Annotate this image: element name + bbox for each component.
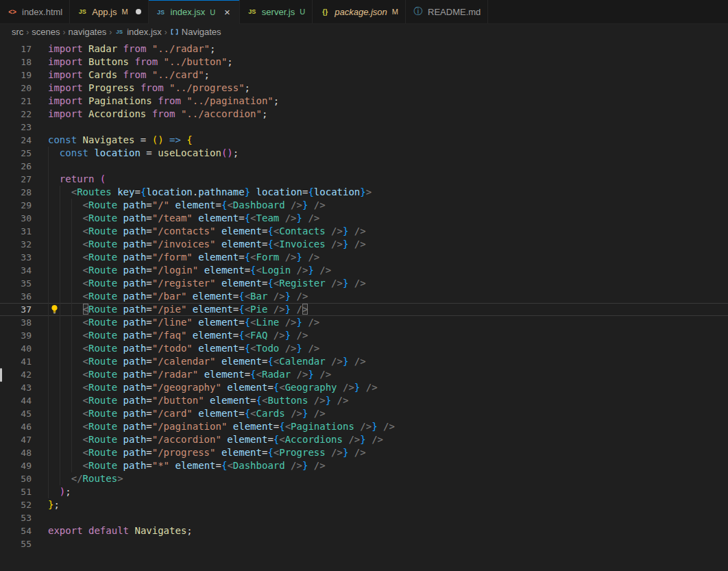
line-number[interactable]: 41 (0, 355, 32, 368)
code-line-50[interactable]: 50 </Routes> (0, 472, 728, 485)
tab-server.js[interactable]: JSserver.jsU (240, 0, 313, 23)
breadcrumb-item-navigates[interactable]: navigates (69, 27, 107, 37)
line-number[interactable]: 39 (0, 329, 32, 342)
code-line-43[interactable]: 43 <Route path="/geography" element={<Ge… (0, 381, 728, 394)
breadcrumb-item-src[interactable]: src (12, 27, 23, 37)
line-number[interactable]: 42 (0, 368, 32, 381)
code-line-36[interactable]: 36 <Route path="/bar" element={<Bar />} … (0, 290, 728, 303)
indent-guide (71, 394, 72, 407)
line-number[interactable]: 48 (0, 446, 32, 459)
breadcrumb-item-index.jsx[interactable]: JSindex.jsx (114, 27, 162, 37)
code-line-41[interactable]: 41 <Route path="/calendar" element={<Cal… (0, 355, 728, 368)
line-number[interactable]: 19 (0, 69, 32, 82)
code-line-30[interactable]: 30 <Route path="/team" element={<Team />… (0, 212, 728, 225)
code-line-32[interactable]: 32 <Route path="/invoices" element={<Inv… (0, 238, 728, 251)
tab-index.jsx[interactable]: JSindex.jsxU× (149, 0, 240, 24)
code-line-35[interactable]: 35 <Route path="/register" element={<Reg… (0, 277, 728, 290)
code-line-18[interactable]: 18import Buttons from "../button"; (0, 56, 728, 69)
tab-package.json[interactable]: {}package.jsonM (313, 0, 406, 23)
code-line-24[interactable]: 24const Navigates = () => { (0, 134, 728, 147)
code-line-44[interactable]: 44 <Route path="/button" element={<Butto… (0, 394, 728, 407)
code-line-38[interactable]: 38 <Route path="/line" element={<Line />… (0, 316, 728, 329)
git-status-badge: U (210, 8, 215, 16)
code-text (48, 511, 728, 524)
line-number[interactable]: 54 (0, 524, 32, 537)
code-line-26[interactable]: 26 (0, 160, 728, 173)
line-number[interactable]: 46 (0, 420, 32, 433)
line-number[interactable]: 49 (0, 459, 32, 472)
line-number[interactable]: 30 (0, 212, 32, 225)
code-line-37[interactable]: 37 <Route path="/pie" element={<Pie />} … (0, 303, 728, 316)
code-line-22[interactable]: 22import Accordions from "../accordion"; (0, 108, 728, 121)
line-number[interactable]: 18 (0, 56, 32, 69)
tab-README.md[interactable]: ⓘREADME.md (406, 0, 488, 23)
tab-App.js[interactable]: JSApp.jsM (70, 0, 148, 23)
line-number[interactable]: 20 (0, 82, 32, 95)
code-line-48[interactable]: 48 <Route path="/progress" element={<Pro… (0, 446, 728, 459)
line-number[interactable]: 31 (0, 225, 32, 238)
code-line-21[interactable]: 21import Paginations from "../pagination… (0, 95, 728, 108)
line-number[interactable]: 51 (0, 485, 32, 498)
glyph-margin (32, 212, 48, 225)
glyph-margin (32, 381, 48, 394)
code-line-53[interactable]: 53 (0, 511, 728, 524)
line-number[interactable]: 22 (0, 108, 32, 121)
glyph-margin (32, 485, 48, 498)
line-number[interactable]: 17 (0, 42, 32, 56)
line-number[interactable]: 40 (0, 342, 32, 355)
code-line-23[interactable]: 23 (0, 121, 728, 134)
code-line-34[interactable]: 34 <Route path="/login" element={<Login … (0, 264, 728, 277)
line-number[interactable]: 53 (0, 511, 32, 524)
code-line-28[interactable]: 28 <Routes key={location.pathname} locat… (0, 186, 728, 199)
code-line-47[interactable]: 47 <Route path="/accordion" element={<Ac… (0, 433, 728, 446)
code-line-20[interactable]: 20import Progress from "../progress"; (0, 82, 728, 95)
code-line-40[interactable]: 40 <Route path="/todo" element={<Todo />… (0, 342, 728, 355)
line-number[interactable]: 28 (0, 186, 32, 199)
code-text: <Route path="/line" element={<Line />} /… (48, 316, 728, 329)
code-line-19[interactable]: 19import Cards from "../card"; (0, 69, 728, 82)
code-line-29[interactable]: 29 <Route path="/" element={<Dashboard /… (0, 199, 728, 212)
line-number[interactable]: 33 (0, 251, 32, 264)
code-line-49[interactable]: 49 <Route path="*" element={<Dashboard /… (0, 459, 728, 472)
line-number[interactable]: 27 (0, 173, 32, 186)
line-number[interactable]: 44 (0, 394, 32, 407)
code-line-46[interactable]: 46 <Route path="/pagination" element={<P… (0, 420, 728, 433)
line-number[interactable]: 34 (0, 264, 32, 277)
code-line-17[interactable]: 17import Radar from "../radar"; (0, 42, 728, 56)
line-number[interactable]: 23 (0, 121, 32, 134)
line-number[interactable]: 36 (0, 290, 32, 303)
code-line-39[interactable]: 39 <Route path="/faq" element={<FAQ />} … (0, 329, 728, 342)
breadcrumb-item-Navigates[interactable]: Navigates (170, 27, 221, 37)
code-line-33[interactable]: 33 <Route path="/form" element={<Form />… (0, 251, 728, 264)
line-number[interactable]: 35 (0, 277, 32, 290)
code-line-55[interactable]: 55 (0, 537, 728, 550)
tab-index.html[interactable]: <>index.html (0, 0, 70, 23)
line-number[interactable]: 52 (0, 498, 32, 511)
code-line-27[interactable]: 27 return ( (0, 173, 728, 186)
editor[interactable]: 17import Radar from "../radar";18import … (0, 40, 728, 550)
line-number[interactable]: 29 (0, 199, 32, 212)
line-number[interactable]: 37 (0, 303, 32, 316)
code-line-25[interactable]: 25 const location = useLocation(); (0, 147, 728, 160)
line-number[interactable]: 55 (0, 537, 32, 550)
line-number[interactable]: 50 (0, 472, 32, 485)
line-number[interactable]: 25 (0, 147, 32, 160)
code-line-31[interactable]: 31 <Route path="/contacts" element={<Con… (0, 225, 728, 238)
code-text: <Route path="/accordion" element={<Accor… (48, 433, 728, 446)
line-number[interactable]: 45 (0, 407, 32, 420)
line-number[interactable]: 26 (0, 160, 32, 173)
code-line-42[interactable]: 42 <Route path="/radar" element={<Radar … (0, 368, 728, 381)
line-number[interactable]: 24 (0, 134, 32, 147)
line-number[interactable]: 38 (0, 316, 32, 329)
line-number[interactable]: 43 (0, 381, 32, 394)
code-line-54[interactable]: 54export default Navigates; (0, 524, 728, 537)
code-line-51[interactable]: 51 ); (0, 485, 728, 498)
line-number[interactable]: 21 (0, 95, 32, 108)
code-line-52[interactable]: 52}; (0, 498, 728, 511)
line-number[interactable]: 32 (0, 238, 32, 251)
line-number[interactable]: 47 (0, 433, 32, 446)
code-line-45[interactable]: 45 <Route path="/card" element={<Cards /… (0, 407, 728, 420)
close-icon[interactable]: × (222, 6, 232, 18)
breadcrumb-item-scenes[interactable]: scenes (32, 27, 60, 37)
lightbulb-icon[interactable] (49, 304, 60, 315)
